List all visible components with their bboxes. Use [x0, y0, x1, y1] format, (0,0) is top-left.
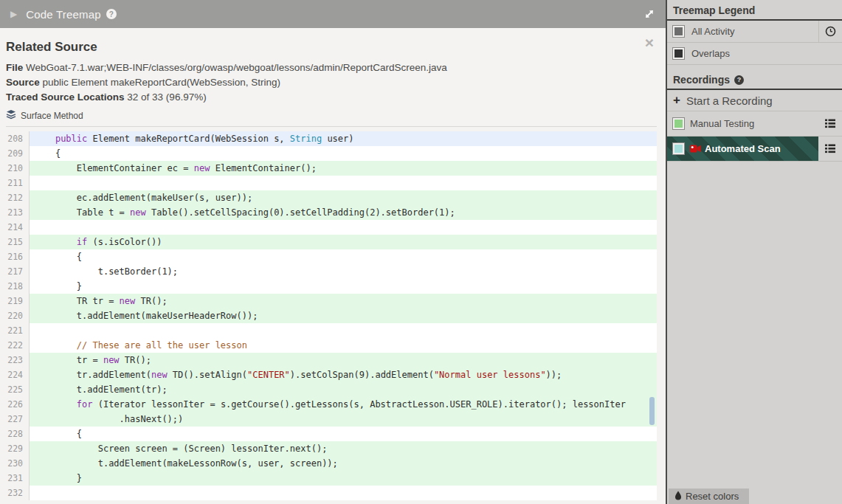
code-text: // These are all the user lesson: [30, 338, 657, 353]
recording-label: Manual Testing: [690, 118, 754, 129]
code-line[interactable]: 223 tr = new TR();: [0, 353, 657, 367]
code-line[interactable]: 218 }: [0, 279, 657, 294]
file-label: File: [6, 62, 23, 73]
line-number: 229: [0, 441, 30, 456]
recording-camera-icon: [690, 145, 701, 153]
line-number: 228: [0, 427, 30, 441]
code-text: {: [30, 249, 657, 264]
file-value: WebGoat-7.1.war;WEB-INF/classes/org/owas…: [26, 62, 447, 73]
recordings-title: Recordings ?: [667, 69, 842, 90]
code-line[interactable]: 222 // These are all the user lesson: [0, 338, 657, 353]
line-number: 224: [0, 367, 30, 382]
code-line[interactable]: 215 if (s.isColor()): [0, 235, 657, 249]
layers-icon: [6, 109, 16, 122]
code-line[interactable]: 228 {: [0, 427, 657, 441]
code-text: {: [30, 146, 657, 161]
code-line[interactable]: 209 {: [0, 146, 657, 161]
code-line[interactable]: 232: [0, 486, 657, 500]
reset-colors-button[interactable]: Reset colors: [669, 489, 749, 504]
line-number: 220: [0, 308, 30, 323]
code-text: [30, 220, 657, 235]
source-value: public Element makeReportCard(WebSession…: [43, 77, 280, 88]
traced-line: Traced Source Locations 32 of 33 (96.97%…: [6, 90, 657, 105]
code-line[interactable]: 227 .hasNext();): [0, 412, 657, 427]
code-text: tr = new TR();: [30, 353, 657, 367]
code-line[interactable]: 213 Table t = new Table().setCellSpacing…: [0, 205, 657, 220]
treemap-legend-title-label: Treemap Legend: [673, 4, 755, 16]
line-number: 221: [0, 323, 30, 338]
code-lines: 208 public Element makeReportCard(WebSes…: [0, 131, 657, 500]
legend-row-overlaps[interactable]: Overlaps: [667, 43, 842, 65]
help-icon[interactable]: ?: [106, 9, 117, 19]
recording-row-main[interactable]: Manual Testing: [667, 111, 818, 136]
collapse-arrow-icon[interactable]: ▶: [10, 9, 17, 19]
code-line[interactable]: 212 ec.addElement(makeUser(s, user));: [0, 190, 657, 205]
code-text: [30, 176, 657, 190]
list-icon[interactable]: [818, 111, 842, 136]
line-number: 231: [0, 471, 30, 486]
line-number: 216: [0, 249, 30, 264]
code-line[interactable]: 226 for (Iterator lessonIter = s.getCour…: [0, 397, 657, 412]
droplet-icon: [674, 491, 682, 503]
code-line[interactable]: 220 t.addElement(makeUserHeaderRow());: [0, 308, 657, 323]
code-text: }: [30, 279, 657, 294]
line-number: 214: [0, 220, 30, 235]
treemap-legend-title: Treemap Legend: [667, 0, 842, 21]
overlaps-color-swatch[interactable]: [673, 48, 684, 59]
code-line[interactable]: 217 t.setBorder(1);: [0, 264, 657, 279]
recordings-help-icon[interactable]: ?: [734, 75, 744, 85]
code-line[interactable]: 224 tr.addElement(new TD().setAlign("CEN…: [0, 367, 657, 382]
code-viewer[interactable]: 208 public Element makeReportCard(WebSes…: [0, 131, 657, 500]
line-number: 210: [0, 161, 30, 176]
recording-row-main[interactable]: Automated Scan: [667, 137, 818, 161]
traced-value: 32 of 33 (96.97%): [127, 92, 206, 103]
code-line[interactable]: 219 TR tr = new TR();: [0, 294, 657, 308]
panel-title: Code Treemap: [26, 8, 101, 21]
code-line[interactable]: 231 }: [0, 471, 657, 486]
code-line[interactable]: 221: [0, 323, 657, 338]
code-text: t.setBorder(1);: [30, 264, 657, 279]
recording-row[interactable]: Automated Scan: [667, 137, 842, 162]
code-text: tr.addElement(new TD().setAlign("CENTER"…: [30, 367, 657, 382]
start-recording-button[interactable]: + Start a Recording: [667, 90, 842, 111]
code-line[interactable]: 214: [0, 220, 657, 235]
surface-method: Surface Method: [6, 109, 657, 122]
line-number: 213: [0, 205, 30, 220]
legend-row-all-activity[interactable]: All Activity: [667, 21, 842, 43]
related-source-title: Related Source: [6, 40, 97, 55]
source-line: Source public Element makeReportCard(Web…: [6, 75, 657, 90]
code-line[interactable]: 211: [0, 176, 657, 190]
code-text: public Element makeReportCard(WebSession…: [30, 131, 657, 146]
sidebar: Treemap Legend All Activity Overlaps Rec…: [666, 0, 842, 504]
all-activity-color-swatch[interactable]: [673, 26, 684, 37]
overlaps-label: Overlaps: [691, 48, 842, 59]
close-icon[interactable]: ×: [645, 37, 654, 49]
expand-icon[interactable]: [643, 8, 655, 23]
code-line[interactable]: 230 t.addElement(makeLessonRow(s, user, …: [0, 456, 657, 471]
history-clock-icon[interactable]: [818, 21, 842, 42]
code-treemap-panel: ▶ Code Treemap ? Related Source × File W…: [0, 0, 666, 504]
code-line[interactable]: 225 t.addElement(tr);: [0, 382, 657, 397]
code-text: ElementContainer ec = new ElementContain…: [30, 161, 657, 176]
code-line[interactable]: 229 Screen screen = (Screen) lessonIter.…: [0, 441, 657, 456]
recordings-title-label: Recordings: [673, 74, 730, 86]
recording-color-swatch[interactable]: [673, 143, 684, 154]
surface-method-label: Surface Method: [21, 111, 83, 121]
list-icon[interactable]: [818, 137, 842, 161]
code-line[interactable]: 210 ElementContainer ec = new ElementCon…: [0, 161, 657, 176]
code-text: if (s.isColor()): [30, 235, 657, 249]
code-line[interactable]: 216 {: [0, 249, 657, 264]
line-number: 223: [0, 353, 30, 367]
line-number: 215: [0, 235, 30, 249]
code-text: t.addElement(tr);: [30, 382, 657, 397]
line-number: 232: [0, 486, 30, 500]
line-number: 226: [0, 397, 30, 412]
line-number: 217: [0, 264, 30, 279]
code-text: t.addElement(makeUserHeaderRow());: [30, 308, 657, 323]
recording-color-swatch[interactable]: [673, 118, 684, 129]
code-line[interactable]: 208 public Element makeReportCard(WebSes…: [0, 131, 657, 146]
line-number: 209: [0, 146, 30, 161]
code-scrollbar-thumb[interactable]: [649, 397, 655, 425]
file-line: File WebGoat-7.1.war;WEB-INF/classes/org…: [6, 61, 657, 75]
recording-row[interactable]: Manual Testing: [667, 111, 842, 137]
